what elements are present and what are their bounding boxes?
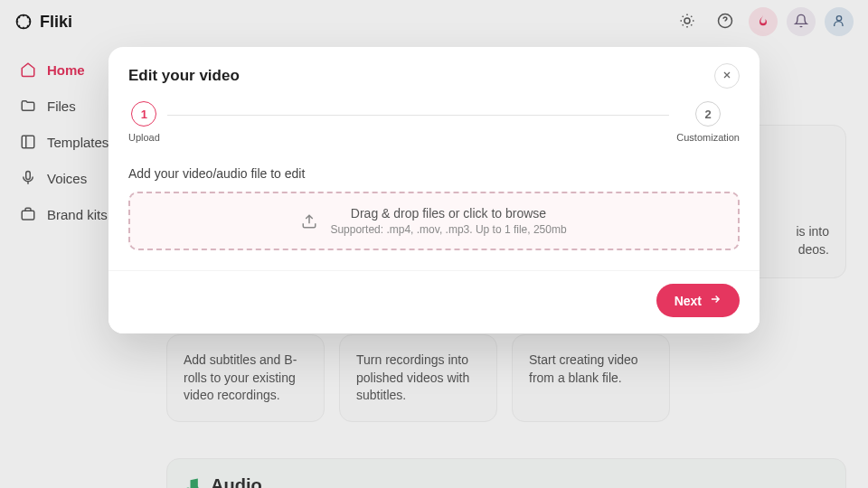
step-upload: 1 Upload [128,101,160,143]
modal-header: Edit your video [108,47,760,101]
dropzone-text: Drag & drop files or click to browse Sup… [330,206,566,236]
next-button-label: Next [675,294,702,308]
upload-prompt: Add your video/audio file to edit [128,166,740,181]
step-label: Upload [128,132,160,143]
arrow-right-icon [709,293,722,308]
modal-footer: Next [108,270,760,333]
step-number: 2 [695,101,721,127]
step-label: Customization [676,132,740,143]
stepper: 1 Upload 2 Customization [108,101,760,150]
file-dropzone[interactable]: Drag & drop files or click to browse Sup… [128,192,740,250]
edit-video-modal: Edit your video 1 Upload 2 Customization… [108,47,760,333]
step-number: 1 [131,101,156,127]
close-icon [722,70,732,83]
modal-body: Add your video/audio file to edit Drag &… [108,150,760,270]
modal-overlay[interactable]: Edit your video 1 Upload 2 Customization… [0,0,868,488]
step-customization: 2 Customization [676,101,740,143]
dropzone-main-text: Drag & drop files or click to browse [330,206,566,221]
dropzone-sub-text: Supported: .mp4, .mov, .mp3. Up to 1 fil… [330,223,566,236]
close-button[interactable] [714,63,740,89]
modal-title: Edit your video [128,67,240,85]
step-connector [167,115,669,116]
next-button[interactable]: Next [656,284,740,317]
upload-icon [301,213,317,230]
